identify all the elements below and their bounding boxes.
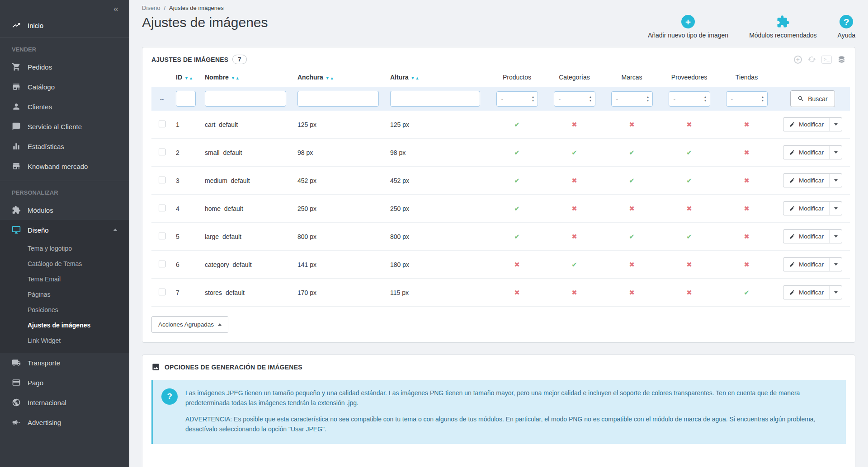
sidebar-item-estadisticas[interactable]: Estadísticas [0, 136, 129, 156]
sidebar-item-modulos[interactable]: Módulos [0, 200, 129, 220]
sidebar-item-internacional[interactable]: Internacional [0, 392, 129, 412]
sidebar-item-pago[interactable]: Pago [0, 373, 129, 392]
column-header-id[interactable]: ID▼▲ [172, 68, 201, 87]
caret-down-icon [834, 207, 838, 210]
cell-height: 115 px [387, 279, 488, 307]
cell-name: category_default [201, 251, 294, 279]
modify-button[interactable]: Modificar [783, 202, 830, 215]
name-filter-input[interactable] [205, 91, 286, 107]
modify-split-button: Modificar [783, 229, 842, 243]
breadcrumb-parent[interactable]: Diseño [142, 5, 160, 11]
id-filter-input[interactable] [176, 91, 196, 107]
cell-width: 800 px [294, 223, 387, 251]
row-checkbox[interactable] [159, 289, 165, 295]
info-paragraph-1: Las imágenes JPEG tienen un tamaño peque… [185, 388, 836, 408]
height-filter-input[interactable] [390, 91, 480, 107]
sidebar-item-inicio[interactable]: Inicio [0, 15, 129, 38]
modify-dropdown-toggle[interactable] [830, 146, 842, 159]
storefront-icon [12, 162, 21, 171]
sidebar-subitem-tema-y-logotipo[interactable]: Tema y logotipo [0, 241, 129, 256]
sidebar-subitem-ajustes-de-imagenes[interactable]: Ajustes de imágenes [0, 318, 129, 333]
modify-button[interactable]: Modificar [783, 286, 830, 299]
row-checkbox[interactable] [159, 233, 165, 239]
categories-flag-icon: ✔ [571, 261, 577, 268]
modify-button[interactable]: Modificar [783, 118, 830, 131]
sort-icons[interactable]: ▼▲ [326, 76, 335, 80]
sidebar-item-diseno[interactable]: Diseño [0, 220, 129, 240]
row-checkbox[interactable] [159, 205, 165, 211]
sidebar-item-knowband-mercado[interactable]: Knowband mercado [0, 156, 129, 176]
column-header-anchura[interactable]: Anchura▼▲ [294, 68, 387, 87]
sidebar-item-pedidos[interactable]: Pedidos [0, 57, 129, 77]
modify-dropdown-toggle[interactable] [830, 174, 842, 187]
sidebar-item-label: Internacional [28, 399, 66, 406]
refresh-icon[interactable] [807, 55, 816, 64]
add-new-image-type-button[interactable]: + Añadir nuevo tipo de imagen [648, 15, 728, 39]
modify-button[interactable]: Modificar [783, 258, 830, 271]
categories-flag-icon: ✖ [571, 205, 577, 212]
search-button[interactable]: Buscar [790, 90, 835, 107]
column-header-altura[interactable]: Altura▼▲ [387, 68, 488, 87]
categories-filter-select[interactable]: -▲▼ [554, 91, 595, 107]
modify-button[interactable]: Modificar [783, 230, 830, 243]
modify-dropdown-toggle[interactable] [830, 286, 842, 299]
database-icon[interactable] [837, 55, 846, 64]
modify-dropdown-toggle[interactable] [830, 258, 842, 271]
stores-filter-select[interactable]: -▲▼ [726, 91, 768, 107]
sort-icons[interactable]: ▼▲ [231, 76, 240, 80]
stores-flag-icon: ✖ [744, 177, 750, 184]
sort-icons[interactable]: ▼▲ [184, 76, 193, 80]
sidebar-subitem-link-widget[interactable]: Link Widget [0, 333, 129, 348]
trending-up-icon [12, 21, 21, 30]
sidebar-item-catalogo[interactable]: Catálogo [0, 77, 129, 97]
sidebar-subitem-posiciones[interactable]: Posiciones [0, 302, 129, 318]
caret-down-icon [834, 179, 838, 182]
products-flag-icon: ✔ [514, 205, 520, 212]
sidebar-item-advertising[interactable]: Advertising [0, 412, 129, 432]
panel-title: AJUSTES DE IMÁGENES 7 [151, 55, 247, 64]
row-checkbox[interactable] [159, 149, 165, 155]
brands-flag-icon: ✔ [629, 149, 635, 156]
cell-width: 141 px [294, 251, 387, 279]
sql-query-icon[interactable]: >_ [821, 56, 832, 64]
column-header-nombre[interactable]: Nombre▼▲ [201, 68, 294, 87]
stores-flag-icon: ✖ [744, 121, 750, 128]
column-header-productos: Productos [488, 68, 546, 87]
grouped-actions-button[interactable]: Acciones Agrupadas [151, 316, 228, 333]
table-wrap: ID▼▲ Nombre▼▲ Anchura▼▲ Altura▼▲ Product… [142, 68, 855, 307]
recommended-modules-button[interactable]: Módulos recomendados [749, 15, 816, 39]
modify-button[interactable]: Modificar [783, 146, 830, 159]
collapse-sidebar-icon[interactable]: « [113, 4, 118, 14]
row-checkbox[interactable] [159, 121, 165, 127]
panel-toolbar: + >_ [794, 55, 846, 64]
sidebar-item-clientes[interactable]: Clientes [0, 97, 129, 117]
brands-flag-icon: ✔ [629, 177, 635, 184]
suppliers-filter-select[interactable]: -▲▼ [669, 91, 710, 107]
modify-dropdown-toggle[interactable] [830, 230, 842, 243]
cell-name: small_default [201, 139, 294, 167]
brands-filter-select[interactable]: -▲▼ [611, 91, 653, 107]
sidebar-subitem-tema-email[interactable]: Tema Email [0, 271, 129, 287]
image-generation-options-panel: OPCIONES DE GENERACIÓN DE IMÁGENES ? Las… [142, 355, 855, 467]
add-row-icon[interactable]: + [794, 56, 802, 64]
modify-button[interactable]: Modificar [783, 174, 830, 187]
brands-flag-icon: ✖ [629, 205, 635, 212]
products-filter-select[interactable]: -▲▼ [496, 91, 538, 107]
sidebar-item-servicio-al-cliente[interactable]: Servicio al Cliente [0, 117, 129, 136]
sidebar-subitem-catalogo-de-temas[interactable]: Catálogo de Temas [0, 256, 129, 271]
cell-width: 125 px [294, 111, 387, 139]
sidebar-subitem-paginas[interactable]: Páginas [0, 287, 129, 302]
row-checkbox[interactable] [159, 261, 165, 267]
sidebar-item-transporte[interactable]: Transporte [0, 353, 129, 373]
megaphone-icon [12, 418, 21, 427]
sort-icons[interactable]: ▼▲ [410, 76, 420, 80]
modify-dropdown-toggle[interactable] [830, 118, 842, 131]
sidebar-section-title-vender: VENDER [0, 38, 129, 57]
help-button[interactable]: ? Ayuda [838, 15, 855, 39]
modify-dropdown-toggle[interactable] [830, 202, 842, 215]
cart-icon [12, 62, 21, 71]
row-checkbox[interactable] [159, 177, 165, 183]
width-filter-input[interactable] [297, 91, 379, 107]
breadcrumb-current: Ajustes de imágenes [169, 5, 224, 11]
page-title: Ajustes de imágenes [142, 15, 268, 30]
